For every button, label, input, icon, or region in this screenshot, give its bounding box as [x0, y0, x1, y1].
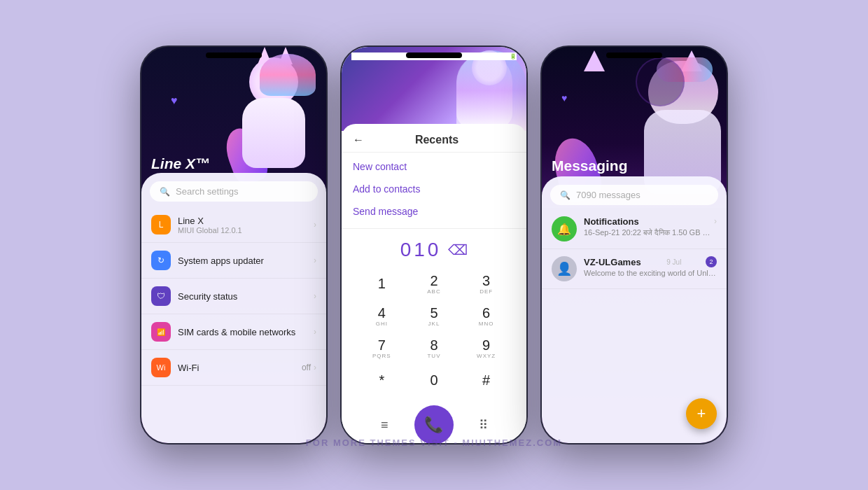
wifi-value: off — [302, 363, 311, 372]
settings-panel: 🔍 Search settings L Line X MIUI Global 1… — [141, 173, 326, 443]
settings-item-wifi[interactable]: Wi Wi-Fi off › — [141, 350, 326, 386]
settings-item-sim[interactable]: 📶 SIM cards & mobile networks › — [141, 314, 326, 350]
message-list: 🔔 Notifications 16-Sep-21 20:22 बजे दैनि… — [542, 209, 727, 289]
dialpad-row-1: 1 2 ABC 3 DEF — [356, 268, 512, 299]
moon-circle — [636, 57, 685, 106]
new-contact-option[interactable]: New contact — [353, 155, 515, 178]
key-hash[interactable]: # — [465, 365, 507, 396]
settings-item-sysapps[interactable]: ↻ System apps updater › — [141, 243, 326, 279]
dialer-header: ← Recents — [342, 124, 526, 153]
linex-icon: L — [151, 215, 171, 234]
search-icon: 🔍 — [160, 187, 170, 197]
wifi-icon: Wi — [151, 358, 171, 377]
status-time: 2:36 AM — [351, 52, 378, 60]
key-4[interactable]: 4 GHI — [360, 300, 402, 331]
key-5[interactable]: 5 JKL — [413, 300, 455, 331]
watermark: FOR MORE THEMES VISIT - MIUITHEMEZ.COM — [306, 438, 562, 448]
settings-list: L Line X MIUI Global 12.0.1 › ↻ System a… — [141, 207, 326, 386]
vzulgames-sender: VZ-ULGames — [584, 257, 641, 267]
key-9[interactable]: 9 WXYZ — [465, 332, 507, 363]
dialed-number: 010 — [400, 239, 442, 261]
security-icon: 🛡 — [151, 286, 171, 306]
heart-decoration: ♥ — [171, 94, 178, 107]
number-display: 010 ⌫ — [342, 232, 526, 265]
keypad-button[interactable]: ⠿ — [470, 411, 498, 439]
phone-settings: ♥ Line X™ 🔍 Search settings L Line X — [140, 46, 328, 444]
security-label: Security status — [178, 291, 314, 302]
fox-torso — [242, 98, 305, 168]
notifications-sender: Notifications — [584, 216, 711, 227]
dialpad-row-4: * 0 # — [356, 365, 512, 396]
divider — [342, 228, 526, 229]
dialer-panel: ← Recents New contact Add to contacts Se… — [342, 124, 526, 443]
settings-item-security[interactable]: 🛡 Security status › — [141, 279, 326, 314]
heart-deco: ♥ — [561, 92, 567, 104]
messaging-title-area: Messaging — [552, 158, 717, 174]
key-7[interactable]: 7 PQRS — [360, 332, 402, 363]
notifications-preview: 16-Sep-21 20:22 बजे दैनिक 1.50 GB डाटा क… — [584, 228, 711, 237]
send-message-option[interactable]: Send message — [353, 200, 515, 223]
sysapps-text: System apps updater — [178, 255, 314, 266]
linex-label: Line X — [178, 216, 314, 226]
backspace-button[interactable]: ⌫ — [448, 241, 468, 258]
key-8[interactable]: 8 TUV — [413, 332, 455, 363]
phone-notch — [406, 52, 462, 58]
sysapps-icon: ↻ — [151, 251, 171, 270]
key-star[interactable]: * — [360, 365, 402, 396]
status-icons: ▲▲ ▮▮▮ 🔋 — [487, 53, 517, 59]
key-6[interactable]: 6 MNO — [465, 300, 507, 331]
sim-text: SIM cards & mobile networks — [178, 327, 314, 337]
sim-icon: 📶 — [151, 322, 171, 342]
arrow-icon: › — [314, 363, 316, 372]
linex-sublabel: MIUI Global 12.0.1 — [178, 226, 314, 234]
vzulgames-time: 9 Jul — [666, 258, 681, 266]
key-1[interactable]: 1 — [360, 268, 402, 299]
messaging-title: Messaging — [552, 158, 717, 174]
menu-button[interactable]: ≡ — [370, 411, 398, 439]
contact-options: New contact Add to contacts Send message — [342, 153, 526, 225]
wifi-text: Wi-Fi — [178, 363, 302, 373]
vzulgames-avatar: 👤 — [552, 256, 577, 281]
sysapps-label: System apps updater — [178, 255, 314, 266]
back-button[interactable]: ← — [353, 134, 364, 146]
notifications-arrow: › — [714, 216, 717, 226]
key-2[interactable]: 2 ABC — [413, 268, 455, 299]
vzulgames-content: VZ-ULGames 9 Jul 2 Welcome to the exciti… — [584, 256, 717, 277]
settings-item-linex[interactable]: L Line X MIUI Global 12.0.1 › — [141, 207, 326, 243]
messaging-panel: 🔍 7090 messages 🔔 Notifications 16-Sep-2… — [542, 176, 727, 443]
banner-area: 2:36 AM ▲▲ ▮▮▮ 🔋 — [342, 47, 526, 131]
vzulgames-badge: 2 — [706, 256, 717, 267]
search-placeholder: Search settings — [176, 186, 239, 197]
app-title-area: Line X™ — [151, 155, 210, 172]
phone-dialer: 2:36 AM ▲▲ ▮▮▮ 🔋 ← Recents New contact A… — [340, 46, 528, 444]
sim-label: SIM cards & mobile networks — [178, 327, 314, 337]
dialpad: 1 2 ABC 3 DEF 4 GHI — [342, 265, 526, 400]
dialer-actions: ≡ 📞 ⠿ — [342, 400, 526, 443]
notifications-content: Notifications 16-Sep-21 20:22 बजे दैनिक … — [584, 216, 711, 237]
phone-notch — [206, 52, 262, 58]
fox-hair — [260, 54, 316, 96]
key-0[interactable]: 0 — [413, 365, 455, 396]
arrow-icon: › — [314, 291, 316, 301]
compose-button[interactable]: + — [686, 398, 717, 429]
msg-search-placeholder: 7090 messages — [576, 190, 640, 200]
msg-search-bar[interactable]: 🔍 7090 messages — [550, 185, 718, 205]
phone-messaging: ♥ ⚙ Messaging 🔍 7090 messages 🔔 Notifica… — [540, 46, 728, 444]
key-3[interactable]: 3 DEF — [465, 268, 507, 299]
arrow-icon: › — [314, 220, 316, 230]
search-icon: 🔍 — [560, 190, 570, 200]
app-title: Line X™ — [151, 155, 210, 172]
msg-item-notifications[interactable]: 🔔 Notifications 16-Sep-21 20:22 बजे दैनि… — [542, 209, 727, 249]
phone-notch — [606, 52, 662, 58]
arrow-icon: › — [314, 327, 316, 337]
wifi-label: Wi-Fi — [178, 363, 302, 373]
search-bar[interactable]: 🔍 Search settings — [150, 181, 318, 202]
msg-item-vzulgames[interactable]: 👤 VZ-ULGames 9 Jul 2 Welcome to the exci… — [542, 249, 727, 289]
notifications-avatar: 🔔 — [552, 216, 577, 241]
add-contacts-option[interactable]: Add to contacts — [353, 178, 515, 200]
vzulgames-header: VZ-ULGames 9 Jul 2 — [584, 256, 717, 267]
arrow-icon: › — [314, 255, 316, 265]
dialpad-row-2: 4 GHI 5 JKL 6 MNO — [356, 300, 512, 331]
fab-icon: + — [697, 405, 706, 423]
char-ear-left — [584, 50, 605, 71]
